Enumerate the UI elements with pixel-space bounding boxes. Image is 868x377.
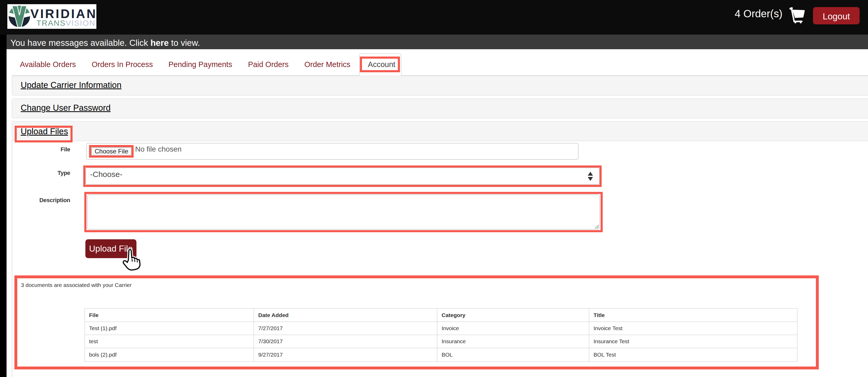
- svg-text:TRANSVISION: TRANSVISION: [36, 19, 95, 27]
